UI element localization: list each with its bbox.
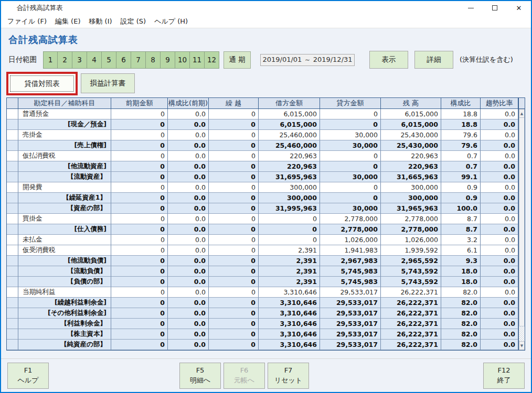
- table-row[interactable]: 【負債の部】00.002,3915,745,9835,743,59218.00.…: [7, 277, 518, 287]
- table-row[interactable]: 仮払消費税00.00220,9630220,9630.70.0: [7, 151, 518, 161]
- ratio-cell: 82.0: [441, 340, 481, 350]
- table-row[interactable]: 普通預金00.006,015,00006,015,00018.80.0: [7, 109, 518, 119]
- month-button-7[interactable]: 7: [131, 51, 146, 69]
- period-value-field[interactable]: 2019/01/01 ～ 2019/12/31: [260, 54, 355, 66]
- scroll-down-button[interactable]: ▼: [519, 341, 525, 350]
- month-button-1[interactable]: 1: [43, 51, 58, 69]
- prev-amount-cell: 0: [111, 172, 168, 182]
- month-button-10[interactable]: 10: [175, 51, 190, 69]
- carryover-cell: 0: [209, 329, 259, 340]
- minimize-button[interactable]: [459, 1, 483, 15]
- account-name-cell: 売掛金: [18, 130, 111, 140]
- header-credit: 貸方金額: [320, 98, 381, 109]
- close-icon: ✕: [516, 4, 522, 12]
- table-row[interactable]: [他流動負債]00.002,3912,967,9832,965,5929.30.…: [7, 256, 518, 266]
- month-button-5[interactable]: 5: [102, 51, 116, 69]
- table-row[interactable]: 【利益剰余金】00.003,310,64629,533,01726,222,37…: [7, 319, 518, 329]
- prev-amount-cell: 0: [111, 151, 168, 161]
- debit-amount-cell: 31,995,963: [259, 203, 320, 214]
- fkey-label: F12: [497, 366, 510, 376]
- credit-amount-cell: 0: [320, 193, 381, 203]
- trend-ratio-cell: 0.0: [481, 161, 518, 172]
- trend-ratio-cell: 0.0: [481, 308, 518, 319]
- menu-item[interactable]: ファイル (F): [3, 15, 51, 28]
- fkey-action-label: 終了: [497, 376, 511, 386]
- carryover-cell: 0: [209, 298, 259, 308]
- table-row[interactable]: 【流動負債】00.002,3915,745,9835,743,59218.00.…: [7, 266, 518, 277]
- carryover-cell: 0: [209, 319, 259, 329]
- month-button-2[interactable]: 2: [58, 51, 72, 69]
- prev-amount-cell: 0: [111, 161, 168, 172]
- month-button-3[interactable]: 3: [72, 51, 87, 69]
- vertical-scrollbar[interactable]: ▲ ▼: [519, 109, 525, 350]
- table-row[interactable]: [仕入債務]00.0002,778,0002,778,0008.70.0: [7, 224, 518, 235]
- month-button-9[interactable]: 9: [161, 51, 175, 69]
- month-button-12[interactable]: 12: [205, 51, 219, 69]
- table-row[interactable]: 開発費00.00300,0000300,0000.90.0: [7, 182, 518, 193]
- carryover-cell: 0: [209, 130, 259, 140]
- table-row[interactable]: [売上債権]00.0025,460,00030,00025,430,00079.…: [7, 140, 518, 151]
- row-selector-cell: [7, 277, 18, 287]
- fkey-button-f12[interactable]: F12終了: [483, 363, 525, 389]
- maximize-button[interactable]: [483, 1, 507, 15]
- account-name-cell: [仕入債務]: [18, 224, 111, 235]
- table-row[interactable]: [繰越利益剰余金]00.003,310,64629,533,01726,222,…: [7, 298, 518, 308]
- fkey-button-f7[interactable]: F7リセット: [268, 363, 309, 389]
- trend-ratio-cell: 0.0: [481, 172, 518, 182]
- table-row[interactable]: [その他利益剰余金]00.003,310,64629,533,01726,222…: [7, 308, 518, 319]
- tab-balance-sheet[interactable]: 貸借対照表: [8, 74, 76, 93]
- credit-amount-cell: 2,778,000: [320, 214, 381, 224]
- menu-item[interactable]: 移動 (I): [84, 15, 116, 28]
- debit-amount-cell: 6,015,000: [259, 119, 320, 130]
- table-row[interactable]: 【流動資産】00.0031,695,96330,00031,665,96399.…: [7, 172, 518, 182]
- table-row[interactable]: 【純資産の部】00.003,310,64629,533,01726,222,37…: [7, 340, 518, 350]
- carryover-cell: 0: [209, 245, 259, 256]
- table-row[interactable]: 【繰延資産1】00.00300,0000300,0000.90.0: [7, 193, 518, 203]
- table-row[interactable]: 買掛金00.0002,778,0002,778,0008.70.0: [7, 214, 518, 224]
- table-row[interactable]: 仮受消費税00.002,3911,941,9831,939,5926.10.0: [7, 245, 518, 256]
- month-button-11[interactable]: 11: [190, 51, 205, 69]
- prev-amount-cell: 0: [111, 140, 168, 151]
- table-row[interactable]: 当期純利益00.003,310,64629,533,01726,222,3718…: [7, 287, 518, 298]
- fkey-button-f5[interactable]: F5明細へ: [179, 363, 221, 389]
- month-button-4[interactable]: 4: [87, 51, 102, 69]
- table-row[interactable]: 【株主資本】00.003,310,64629,533,01726,222,371…: [7, 329, 518, 340]
- close-button[interactable]: ✕: [507, 1, 531, 15]
- trend-ratio-cell: 0.0: [481, 151, 518, 161]
- fkey-button-f1[interactable]: F1ヘルプ: [7, 363, 49, 389]
- month-button-8[interactable]: 8: [146, 51, 161, 69]
- credit-amount-cell: 29,533,017: [320, 319, 381, 329]
- scrollbar-track[interactable]: [519, 326, 525, 341]
- carryover-cell: 0: [209, 203, 259, 214]
- prev-ratio-cell: 0.0: [168, 277, 209, 287]
- table-row[interactable]: 【資産の部】00.0031,995,96330,00031,965,963100…: [7, 203, 518, 214]
- debit-amount-cell: 25,460,000: [259, 130, 320, 140]
- menu-item[interactable]: 編集 (E): [51, 15, 85, 28]
- detail-button[interactable]: 詳細: [414, 51, 453, 69]
- account-name-cell: 【繰延資産1】: [18, 193, 111, 203]
- debit-amount-cell: 220,963: [259, 161, 320, 172]
- account-name-cell: [繰越利益剰余金]: [18, 298, 111, 308]
- show-button[interactable]: 表示: [369, 51, 408, 69]
- debit-amount-cell: 0: [259, 214, 320, 224]
- month-button-6[interactable]: 6: [116, 51, 131, 69]
- ratio-cell: 100.0: [441, 203, 481, 214]
- row-selector-cell: [7, 235, 18, 245]
- menu-item[interactable]: 設定 (S): [116, 15, 151, 28]
- balance-cell: 25,430,000: [381, 140, 441, 151]
- balance-cell: 1,939,592: [381, 245, 441, 256]
- table-row[interactable]: 売掛金00.0025,460,00030,00025,430,00079.60.…: [7, 130, 518, 140]
- trend-ratio-cell: 0.0: [481, 203, 518, 214]
- table-row[interactable]: [他流動資産]00.00220,9630220,9630.70.0: [7, 161, 518, 172]
- table-row[interactable]: [現金／預金]00.006,015,00006,015,00018.80.0: [7, 119, 518, 130]
- full-period-button[interactable]: 通 期: [224, 51, 251, 69]
- closing-entries-note: (決算仕訳を含む): [460, 55, 513, 64]
- scrollbar-thumb[interactable]: [519, 118, 525, 326]
- account-name-cell: 未払金: [18, 235, 111, 245]
- table-row[interactable]: 未払金00.0001,026,0001,026,0003.20.0: [7, 235, 518, 245]
- balance-cell: 5,743,592: [381, 266, 441, 277]
- scroll-up-button[interactable]: ▲: [519, 109, 525, 118]
- debit-amount-cell: 2,391: [259, 245, 320, 256]
- tab-income-statement[interactable]: 損益計算書: [81, 73, 135, 93]
- menu-item[interactable]: ヘルプ (H): [150, 15, 192, 28]
